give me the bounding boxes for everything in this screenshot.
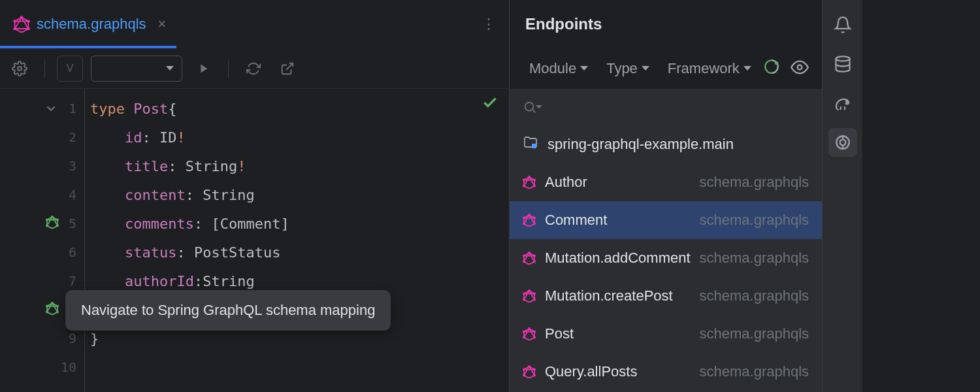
graphql-icon — [523, 365, 536, 378]
endpoint-file: schema.graphqls — [700, 287, 809, 304]
gutter-row[interactable]: 5 — [0, 209, 84, 238]
svg-line-23 — [533, 110, 536, 113]
endpoint-name: Mutation.addComment — [545, 250, 691, 267]
line-number: 9 — [61, 331, 76, 346]
open-external-icon[interactable] — [274, 56, 301, 82]
svg-point-59 — [523, 374, 525, 376]
folder-icon — [523, 135, 538, 154]
svg-point-4 — [13, 27, 16, 31]
svg-point-2 — [27, 27, 30, 31]
svg-point-5 — [13, 20, 16, 23]
code-line[interactable] — [85, 353, 509, 382]
gutter-row[interactable]: 2 — [0, 123, 84, 152]
run-icon[interactable] — [190, 56, 216, 82]
svg-point-37 — [528, 252, 531, 254]
svg-point-38 — [533, 255, 536, 257]
refresh-icon[interactable] — [240, 56, 267, 82]
gutter-row[interactable]: 3 — [0, 152, 84, 180]
code-line[interactable]: content: String — [85, 180, 509, 209]
svg-point-54 — [523, 331, 525, 333]
svg-point-29 — [523, 184, 525, 187]
spring-marker-icon[interactable] — [46, 302, 59, 318]
endpoint-row[interactable]: Mutation.addComment schema.graphqls — [510, 239, 822, 277]
svg-point-31 — [528, 214, 531, 216]
graphql-icon — [523, 214, 536, 227]
svg-point-33 — [533, 222, 536, 225]
code-line[interactable]: id: ID! — [85, 123, 509, 152]
variables-button[interactable]: V — [57, 56, 83, 82]
editor-body[interactable]: 12345678910 type Post{ id: ID! title: St… — [0, 89, 509, 392]
gutter-row[interactable]: 6 — [0, 238, 84, 267]
run-config-dropdown[interactable] — [91, 56, 182, 82]
svg-point-36 — [523, 217, 525, 220]
code-line[interactable]: status: PostStatus — [85, 238, 509, 267]
svg-point-51 — [533, 336, 536, 338]
separator — [228, 59, 229, 78]
endpoint-row[interactable]: Query.allPosts schema.graphqls — [510, 353, 822, 391]
filter-framework[interactable]: Framework — [661, 60, 758, 77]
endpoint-name: Mutation.createPost — [545, 287, 673, 304]
svg-point-27 — [533, 184, 536, 187]
graphql-icon — [523, 252, 536, 265]
inspection-ok-icon[interactable] — [482, 94, 498, 114]
svg-point-44 — [533, 293, 536, 295]
fold-icon[interactable] — [46, 101, 56, 116]
svg-point-47 — [523, 298, 525, 301]
close-icon[interactable]: × — [158, 16, 167, 33]
code-line[interactable]: comments: [Comment] — [85, 209, 509, 238]
endpoint-row[interactable]: Mutation.createPost schema.graphqls — [510, 277, 822, 315]
file-tab[interactable]: schema.graphqls × — [0, 0, 176, 48]
tab-more-icon[interactable]: ⋮ — [468, 16, 509, 33]
svg-point-39 — [533, 260, 536, 263]
module-row[interactable]: spring-graphql-example.main — [510, 125, 822, 163]
svg-point-12 — [46, 218, 48, 221]
gradle-icon[interactable] — [828, 89, 857, 118]
tab-filename: schema.graphqls — [37, 16, 146, 33]
endpoint-row[interactable]: Comment schema.graphqls — [510, 201, 822, 239]
line-number: 5 — [61, 216, 76, 231]
svg-point-53 — [523, 336, 525, 338]
notifications-icon[interactable] — [828, 10, 857, 39]
gutter-row[interactable]: 1 — [0, 94, 84, 123]
svg-point-55 — [528, 365, 531, 368]
svg-point-17 — [46, 310, 48, 313]
settings-icon[interactable] — [7, 56, 33, 82]
editor-action-bar: V — [0, 48, 509, 89]
database-icon[interactable] — [828, 50, 857, 78]
svg-point-56 — [533, 368, 536, 371]
endpoint-name: Comment — [545, 212, 607, 229]
openapi-icon[interactable] — [763, 58, 780, 79]
svg-point-13 — [51, 302, 54, 304]
endpoint-row[interactable]: Author schema.graphqls — [510, 163, 822, 201]
svg-point-25 — [528, 176, 531, 178]
gutter-row[interactable]: 10 — [0, 353, 84, 382]
graphql-icon — [523, 176, 536, 189]
filter-module[interactable]: Module — [523, 60, 595, 77]
svg-point-42 — [523, 255, 525, 257]
tooltip-text: Navigate to Spring GraphQL schema mappin… — [81, 302, 375, 318]
spring-marker-icon[interactable] — [46, 216, 59, 232]
code-line[interactable]: title: String! — [85, 152, 509, 180]
module-name: spring-graphql-example.main — [547, 136, 734, 153]
search-dropdown-icon[interactable] — [536, 101, 542, 113]
endpoint-row[interactable]: Post schema.graphqls — [510, 315, 822, 353]
svg-point-1 — [27, 20, 30, 23]
code-area[interactable]: type Post{ id: ID! title: String! conten… — [85, 89, 509, 392]
filter-type[interactable]: Type — [600, 60, 656, 77]
endpoint-list: spring-graphql-example.main Author schem… — [510, 125, 822, 392]
gutter: 12345678910 — [0, 89, 85, 392]
code-line[interactable]: type Post{ — [85, 94, 509, 123]
svg-point-14 — [56, 304, 59, 307]
svg-point-30 — [523, 179, 525, 182]
svg-point-45 — [533, 298, 536, 301]
endpoints-title: Endpoints — [510, 0, 822, 48]
svg-point-8 — [56, 218, 59, 221]
eye-icon[interactable] — [791, 58, 809, 79]
endpoint-file: schema.graphqls — [700, 363, 809, 380]
endpoints-tool-icon[interactable] — [828, 128, 857, 157]
gutter-row[interactable]: 4 — [0, 180, 84, 209]
endpoint-search[interactable] — [510, 89, 822, 125]
svg-point-61 — [836, 56, 849, 61]
graphql-icon — [523, 327, 536, 340]
svg-point-26 — [533, 179, 536, 182]
